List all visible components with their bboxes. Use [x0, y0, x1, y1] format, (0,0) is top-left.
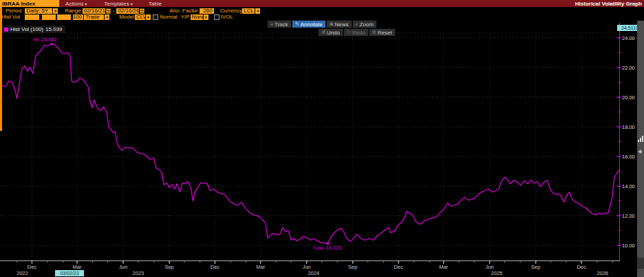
calendar-icon[interactable]: [106, 8, 111, 14]
controls-row-1: Period Daily: 5Y ▼ Range 02/16/21 - 02/1…: [0, 8, 644, 14]
period-label: Period: [6, 8, 21, 14]
calendar-icon[interactable]: [140, 8, 144, 14]
news-icon: ≣: [330, 21, 334, 27]
normal-label: Normal: [160, 14, 178, 20]
svg-text:Dec: Dec: [394, 264, 403, 270]
svg-text:18.00: 18.00: [622, 124, 635, 130]
svg-text:2025: 2025: [491, 270, 503, 276]
bloomberg-hvg-window: DecMarJunSepDecMarJunSepDecMarJunSepDec2…: [0, 0, 644, 277]
yp-label: Y/P: [181, 14, 190, 20]
pencil-icon: ✎: [295, 21, 299, 27]
chart-toolbar: + Track ✎ Annotate ≣ News ⌕ Zoom: [267, 20, 377, 28]
svg-text:14.00: 14.00: [622, 183, 635, 189]
range-dash: -: [113, 8, 115, 14]
scrollbar-corner[interactable]: [637, 258, 644, 269]
reset-icon: ⊙: [372, 30, 376, 35]
model-select[interactable]: CLV: [135, 14, 145, 20]
menu-actions-label: Actions: [65, 1, 83, 7]
volatility-line: [1, 44, 619, 243]
chevron-down-icon[interactable]: ▼: [255, 8, 260, 14]
hist-vol-input-1[interactable]: [25, 14, 39, 20]
svg-text:Sep: Sep: [531, 264, 540, 270]
svg-text:Mar: Mar: [439, 264, 448, 270]
hist-vol-input-2[interactable]: [42, 14, 56, 20]
hist-vol-input-3[interactable]: [57, 14, 71, 20]
mini-chart-icon[interactable]: [638, 135, 643, 142]
svg-text:Jun: Jun: [119, 264, 127, 270]
svg-text:10.00: 10.00: [622, 243, 635, 249]
series-last-value: 15.039: [45, 26, 62, 32]
controls-row-2: Hist Vol 100 Trade ▼ Model CLV ▼ Normal …: [0, 14, 644, 20]
normal-checkbox[interactable]: [153, 14, 158, 20]
svg-text:Dec: Dec: [211, 264, 220, 270]
undo-label: Undo: [327, 30, 340, 36]
ivol-checkbox[interactable]: [214, 14, 219, 20]
news-button[interactable]: ≣ News: [327, 21, 352, 28]
magnifier-icon: ⌕: [356, 21, 358, 27]
svg-text:Jun: Jun: [486, 264, 494, 270]
zoom-button[interactable]: ⌕ Zoom: [353, 21, 376, 28]
menu-table[interactable]: Table: [149, 0, 162, 7]
svg-text:Low: 10.121: Low: 10.121: [314, 245, 342, 251]
chevron-down-icon[interactable]: ▼: [53, 8, 58, 14]
panel-focus-strip: [0, 7, 2, 131]
svg-text:2023: 2023: [133, 270, 144, 276]
price-type-select[interactable]: Trade: [84, 14, 104, 20]
track-label: Track: [275, 21, 288, 28]
track-button[interactable]: + Track: [268, 21, 291, 28]
series-legend-label: Hist Vol (100): [10, 26, 43, 32]
svg-text:Sep: Sep: [348, 264, 357, 270]
collapse-panel-icon[interactable]: ◀: [638, 149, 641, 154]
chevron-down-icon: ▾: [131, 1, 133, 6]
svg-text:12.00: 12.00: [622, 213, 635, 219]
yp-select[interactable]: None: [191, 14, 203, 20]
redo-button[interactable]: ↻ Redo: [344, 29, 368, 36]
redo-icon: ↻: [347, 30, 351, 35]
annotate-button[interactable]: ✎ Annotate: [292, 21, 325, 28]
currency-select[interactable]: LCL: [242, 8, 255, 14]
svg-text:22.00: 22.00: [622, 65, 635, 71]
plus-icon: +: [270, 22, 273, 27]
page-title: Historical Volatility Graph: [575, 0, 642, 7]
undo-button[interactable]: ↺ Undo: [319, 29, 343, 36]
menu-actions[interactable]: Actions ▾: [65, 0, 87, 7]
reset-button[interactable]: ⊙ Reset: [369, 29, 395, 36]
series-legend[interactable]: Hist Vol (100) 15.039: [1, 25, 65, 33]
news-label: News: [335, 21, 349, 28]
ann-factor-input[interactable]: 260: [200, 8, 214, 14]
svg-text:24.00: 24.00: [622, 35, 635, 41]
redo-label: Redo: [352, 30, 365, 36]
svg-text:2024: 2024: [308, 270, 320, 276]
svg-text:2022: 2022: [17, 270, 28, 276]
svg-text:Sep: Sep: [164, 264, 173, 270]
hi-marker: [51, 43, 53, 45]
window-input[interactable]: 100: [73, 14, 83, 20]
hist-vol-label: Hist Vol: [1, 14, 20, 20]
chevron-down-icon[interactable]: ▼: [146, 14, 151, 20]
security-field[interactable]: IBRAA Index: [0, 0, 59, 7]
menu-templates[interactable]: Templates ▾: [104, 0, 132, 7]
ivol-label: IVOL: [221, 14, 233, 20]
range-end-input[interactable]: 02/16/26: [116, 8, 139, 14]
annotate-toolbar: ↺ Undo ↻ Redo ⊙ Reset: [318, 28, 396, 37]
range-start-input[interactable]: 02/16/21: [83, 8, 105, 14]
chevron-down-icon[interactable]: ▼: [105, 14, 109, 20]
currency-label: Currency: [220, 8, 242, 14]
svg-text:Jun: Jun: [303, 264, 311, 270]
volatility-chart-canvas[interactable]: DecMarJunSepDecMarJunSepDecMarJunSepDec2…: [0, 0, 644, 277]
chevron-down-icon[interactable]: ▼: [204, 14, 208, 20]
menu-templates-label: Templates: [104, 1, 129, 7]
period-select[interactable]: Daily: 5Y: [25, 8, 52, 14]
model-label: Model: [119, 14, 134, 20]
track-date-label: 03/02/23: [55, 270, 84, 276]
title-bar: IBRAA Index Actions ▾ Templates ▾ Table …: [0, 0, 644, 7]
svg-text:Dec: Dec: [577, 264, 586, 270]
svg-text:16.00: 16.00: [622, 154, 635, 160]
svg-text:2026: 2026: [597, 270, 608, 276]
reset-label: Reset: [378, 30, 392, 36]
undo-icon: ↺: [321, 30, 325, 35]
svg-text:Dec: Dec: [28, 264, 37, 270]
svg-text:Hi: 23.582: Hi: 23.582: [33, 37, 56, 43]
menu-table-label: Table: [149, 1, 162, 7]
ann-factor-label: Ann. Factor: [169, 8, 197, 14]
